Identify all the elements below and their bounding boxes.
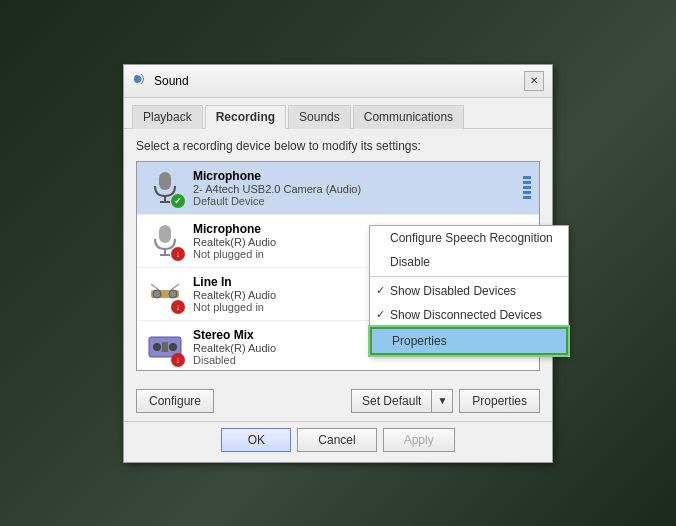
tab-sounds[interactable]: Sounds <box>288 105 351 129</box>
tab-communications[interactable]: Communications <box>353 105 464 129</box>
status-badge-error-1: ↓ <box>171 247 185 261</box>
status-badge-default: ✓ <box>171 194 185 208</box>
svg-rect-15 <box>162 342 168 352</box>
status-badge-disabled: ↓ <box>171 353 185 367</box>
context-label-show-disabled: Show Disabled Devices <box>390 284 516 298</box>
context-item-properties[interactable]: Properties <box>370 327 568 355</box>
cancel-button[interactable]: Cancel <box>297 428 376 452</box>
dialog-footer: OK Cancel Apply <box>124 421 552 462</box>
properties-button[interactable]: Properties <box>459 389 540 413</box>
svg-rect-1 <box>159 172 171 190</box>
configure-button[interactable]: Configure <box>136 389 214 413</box>
level-bars <box>523 176 531 199</box>
svg-line-10 <box>151 284 159 290</box>
instruction-text: Select a recording device below to modif… <box>136 139 540 153</box>
apply-button[interactable]: Apply <box>383 428 455 452</box>
device-name-0: Microphone <box>193 169 519 183</box>
context-item-show-disabled[interactable]: ✓ Show Disabled Devices <box>370 279 568 303</box>
context-menu: Configure Speech Recognition Disable ✓ S… <box>369 225 569 356</box>
svg-line-11 <box>171 284 179 290</box>
device-status-0: Default Device <box>193 195 519 207</box>
set-default-button[interactable]: Set Default <box>351 389 431 413</box>
dialog-title: Sound <box>154 74 189 88</box>
svg-point-13 <box>153 343 161 351</box>
level-bar-1 <box>523 176 531 179</box>
tab-playback[interactable]: Playback <box>132 105 203 129</box>
context-label-show-disconnected: Show Disconnected Devices <box>390 308 542 322</box>
device-sub-0: 2- A4tech USB2.0 Camera (Audio) <box>193 183 519 195</box>
context-item-disable[interactable]: Disable <box>370 250 568 274</box>
ok-button[interactable]: OK <box>221 428 291 452</box>
check-show-disconnected: ✓ <box>376 308 385 321</box>
button-row: Configure Set Default ▼ Properties <box>124 381 552 421</box>
close-button[interactable]: ✕ <box>524 71 544 91</box>
set-default-dropdown[interactable]: ▼ <box>431 389 453 413</box>
check-show-disabled: ✓ <box>376 284 385 297</box>
context-label-configure: Configure Speech Recognition <box>390 231 553 245</box>
device-icon-1: ↓ <box>145 221 185 261</box>
tab-recording[interactable]: Recording <box>205 105 286 129</box>
context-label-disable: Disable <box>390 255 430 269</box>
status-badge-error-2: ↓ <box>171 300 185 314</box>
level-bar-3 <box>523 186 531 189</box>
device-item-0[interactable]: ✓ Microphone 2- A4tech USB2.0 Camera (Au… <box>137 162 539 215</box>
button-group-right: Set Default ▼ Properties <box>351 389 540 413</box>
set-default-group: Set Default ▼ <box>351 389 453 413</box>
device-icon-3: ↓ <box>145 327 185 367</box>
level-bar-4 <box>523 191 531 194</box>
sound-titlebar-icon <box>132 71 148 90</box>
tab-bar: Playback Recording Sounds Communications <box>124 98 552 129</box>
title-bar-left: Sound <box>132 71 189 90</box>
level-bar-2 <box>523 181 531 184</box>
context-item-configure[interactable]: Configure Speech Recognition <box>370 226 568 250</box>
context-item-show-disconnected[interactable]: ✓ Show Disconnected Devices <box>370 303 568 327</box>
device-info-0: Microphone 2- A4tech USB2.0 Camera (Audi… <box>193 169 519 207</box>
svg-point-8 <box>153 290 161 298</box>
sound-dialog: Sound ✕ Playback Recording Sounds Commun… <box>123 64 553 463</box>
level-bar-5 <box>523 196 531 199</box>
svg-point-14 <box>169 343 177 351</box>
svg-rect-4 <box>159 225 171 243</box>
device-icon-0: ✓ <box>145 168 185 208</box>
context-separator-1 <box>370 276 568 277</box>
context-label-properties: Properties <box>392 334 447 348</box>
device-icon-2: ↓ <box>145 274 185 314</box>
title-bar: Sound ✕ <box>124 65 552 98</box>
svg-point-9 <box>169 290 177 298</box>
